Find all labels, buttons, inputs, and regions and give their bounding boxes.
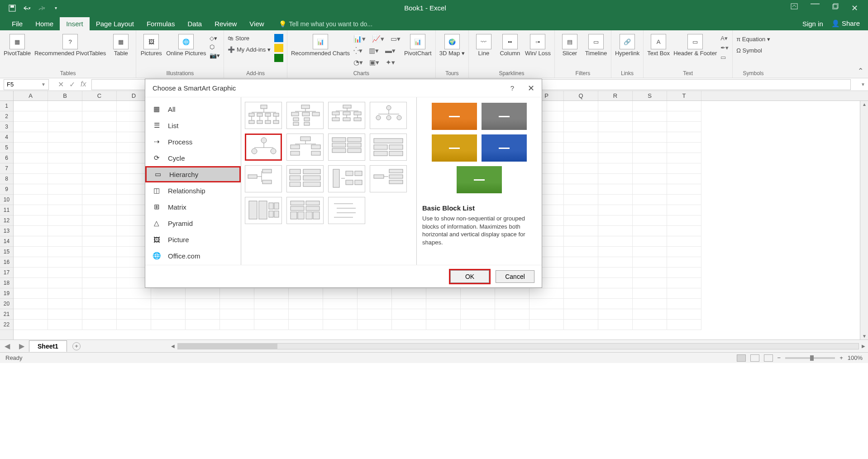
cell[interactable] [564, 174, 598, 184]
cell[interactable] [564, 309, 598, 320]
cell[interactable] [564, 215, 598, 226]
cell[interactable] [82, 111, 117, 122]
cell[interactable] [48, 195, 82, 205]
cell[interactable] [564, 205, 598, 215]
column-header[interactable]: A [14, 91, 48, 100]
row-header[interactable]: 6 [0, 153, 13, 163]
cell[interactable] [633, 143, 667, 153]
cell[interactable] [426, 309, 461, 320]
gallery-item[interactable] [286, 102, 324, 129]
gallery-item[interactable] [286, 134, 324, 161]
row-header[interactable]: 18 [0, 278, 13, 288]
column-chart-icon[interactable]: ▥▾ [369, 47, 379, 55]
people-graph-icon[interactable] [274, 44, 283, 52]
cell[interactable] [564, 320, 598, 330]
cell[interactable] [48, 111, 82, 122]
row-header[interactable]: 13 [0, 226, 13, 236]
bar-chart-icon[interactable]: 📊▾ [353, 35, 366, 43]
save-icon[interactable] [8, 4, 16, 12]
3d-map-button[interactable]: 🌍3D Map ▾ [439, 32, 465, 57]
cell[interactable] [48, 101, 82, 111]
cell[interactable] [598, 122, 633, 132]
cell[interactable] [82, 299, 117, 309]
tab-home[interactable]: Home [29, 17, 60, 30]
gallery-item[interactable] [370, 102, 407, 129]
expand-formula-bar-icon[interactable]: ▼ [861, 82, 865, 87]
gallery-item[interactable] [328, 102, 365, 129]
cell[interactable] [82, 132, 117, 143]
cell[interactable] [633, 111, 667, 122]
column-header[interactable]: B [48, 91, 82, 100]
minimize-icon[interactable]: — [811, 3, 820, 13]
cell[interactable] [358, 309, 392, 320]
cell[interactable] [48, 257, 82, 268]
cell[interactable] [220, 309, 254, 320]
hyperlink-button[interactable]: 🔗Hyperlink [615, 32, 639, 57]
object-icon[interactable]: ▭ [720, 54, 729, 61]
scroll-right-icon[interactable]: ▶ [862, 344, 865, 349]
cell[interactable] [82, 153, 117, 163]
cell[interactable] [14, 205, 48, 215]
row-header[interactable]: 9 [0, 184, 13, 195]
cell[interactable] [48, 236, 82, 247]
cell[interactable] [564, 122, 598, 132]
cell[interactable] [82, 215, 117, 226]
cell[interactable] [14, 111, 48, 122]
cell[interactable] [529, 299, 564, 309]
cell[interactable] [564, 299, 598, 309]
fx-icon[interactable]: fx [81, 80, 86, 89]
pictures-button[interactable]: 🖼Pictures [140, 32, 162, 57]
category-cycle[interactable]: ⟳Cycle [145, 150, 241, 166]
cell[interactable] [289, 309, 323, 320]
vertical-scrollbar[interactable]: ▲ ▼ [860, 101, 868, 339]
cell[interactable] [14, 257, 48, 268]
cell[interactable] [598, 268, 633, 278]
cell[interactable] [598, 111, 633, 122]
cell[interactable] [564, 153, 598, 163]
signature-icon[interactable]: ✒▾ [720, 44, 729, 51]
header-footer-button[interactable]: ▭Header & Footer [673, 32, 717, 57]
cell[interactable] [426, 320, 461, 330]
cell[interactable] [48, 226, 82, 236]
cell[interactable] [667, 320, 701, 330]
cell[interactable] [564, 226, 598, 236]
cell[interactable] [82, 236, 117, 247]
cell[interactable] [186, 309, 220, 320]
category-relationship[interactable]: ◫Relationship [145, 182, 241, 199]
cell[interactable] [289, 320, 323, 330]
cell[interactable] [667, 299, 701, 309]
cell[interactable] [564, 278, 598, 288]
row-header[interactable]: 12 [0, 215, 13, 226]
cell[interactable] [14, 236, 48, 247]
cell[interactable] [48, 278, 82, 288]
cell[interactable] [667, 174, 701, 184]
row-header[interactable]: 2 [0, 111, 13, 122]
cell[interactable] [495, 299, 529, 309]
cell[interactable] [633, 195, 667, 205]
cell[interactable] [323, 288, 358, 299]
cell[interactable] [151, 309, 186, 320]
select-all-corner[interactable] [0, 91, 14, 101]
column-header[interactable]: S [633, 91, 667, 100]
normal-view-button[interactable] [737, 354, 746, 362]
cell[interactable] [495, 309, 529, 320]
row-header[interactable]: 8 [0, 174, 13, 184]
cancel-formula-icon[interactable]: ✕ [58, 80, 64, 89]
close-icon[interactable]: ✕ [851, 3, 858, 13]
cell[interactable] [598, 205, 633, 215]
cell[interactable] [323, 299, 358, 309]
cell[interactable] [633, 215, 667, 226]
cell[interactable] [633, 226, 667, 236]
row-header[interactable]: 11 [0, 205, 13, 215]
cell[interactable] [14, 153, 48, 163]
cell[interactable] [564, 132, 598, 143]
cell[interactable] [426, 288, 461, 299]
cell[interactable] [633, 163, 667, 174]
cell[interactable] [564, 163, 598, 174]
waterfall-chart-icon[interactable]: ▬▾ [385, 47, 396, 55]
cell[interactable] [82, 257, 117, 268]
cell[interactable] [667, 257, 701, 268]
cell[interactable] [598, 257, 633, 268]
cell[interactable] [48, 268, 82, 278]
smartart-icon[interactable]: ⬡ [210, 43, 220, 50]
